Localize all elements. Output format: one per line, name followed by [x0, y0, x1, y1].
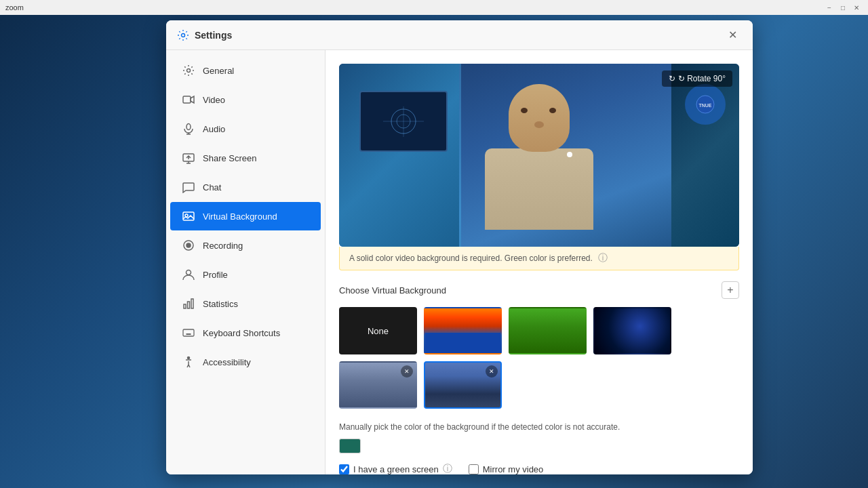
settings-sidebar: General Video: [166, 50, 326, 474]
sidebar-item-statistics[interactable]: Statistics: [170, 289, 321, 318]
settings-dialog-icon: [177, 29, 189, 41]
minimize-button[interactable]: −: [823, 1, 835, 14]
sidebar-item-recording[interactable]: Recording: [170, 231, 321, 260]
background-golden-gate[interactable]: [424, 307, 502, 354]
sidebar-item-share-screen-label: Share Screen: [203, 153, 257, 163]
background-earth-space[interactable]: [593, 307, 671, 354]
svg-point-0: [182, 33, 185, 37]
svg-rect-15: [183, 329, 194, 336]
gear-icon: [181, 63, 196, 78]
sidebar-item-share-screen[interactable]: Share Screen: [170, 144, 321, 172]
options-row: I have a green screen ⓘ Mirror my video: [339, 463, 739, 474]
maximize-button[interactable]: □: [837, 1, 849, 14]
office2-overlay-icon: ✕: [486, 365, 498, 378]
dialog-titlebar: Settings ✕: [166, 20, 753, 50]
svg-point-1: [187, 69, 191, 73]
sidebar-item-virtual-background[interactable]: Virtual Background: [170, 202, 321, 230]
sidebar-item-statistics-label: Statistics: [203, 299, 238, 309]
profile-icon: [181, 267, 196, 282]
green-screen-help-icon[interactable]: ⓘ: [443, 463, 452, 474]
sidebar-item-keyboard-label: Keyboard Shortcuts: [203, 328, 280, 338]
titlebar-text: zoom: [5, 3, 24, 12]
rotate-button[interactable]: ↻ ↻ Rotate 90°: [662, 70, 732, 87]
svg-rect-7: [183, 212, 194, 220]
vbg-icon: [181, 209, 196, 224]
sidebar-item-profile-label: Profile: [203, 270, 228, 280]
background-green-field[interactable]: [509, 307, 587, 354]
svg-text:TNUE: TNUE: [698, 103, 711, 108]
color-swatch[interactable]: [339, 439, 361, 453]
warning-bar: A solid color video background is requir…: [339, 247, 739, 270]
warning-text: A solid color video background is requir…: [349, 253, 593, 263]
svg-rect-12: [184, 304, 186, 308]
add-background-button[interactable]: +: [722, 281, 739, 299]
background-grid: None ✕ ✕: [339, 307, 739, 409]
color-hint: Manually pick the color of the backgroun…: [339, 422, 739, 432]
mirror-video-option: Mirror my video: [469, 464, 544, 474]
video-preview: TNUE ↻: [339, 64, 739, 247]
mirror-video-label: Mirror my video: [483, 464, 544, 474]
audio-icon: [181, 121, 196, 136]
stats-icon: [181, 296, 196, 311]
svg-rect-13: [188, 302, 190, 308]
person-simulation: [471, 84, 607, 247]
background-none[interactable]: None: [339, 307, 417, 354]
vbg-logo: TNUE: [685, 84, 726, 125]
main-content: TNUE ↻: [326, 50, 753, 474]
mirror-video-checkbox[interactable]: [469, 464, 479, 474]
svg-point-21: [188, 357, 190, 359]
section-header: Choose Virtual Background +: [339, 281, 739, 299]
svg-point-11: [186, 270, 191, 275]
office1-overlay-icon: ✕: [401, 365, 413, 378]
none-label: None: [368, 326, 389, 336]
svg-point-10: [186, 243, 191, 247]
sidebar-item-chat[interactable]: Chat: [170, 173, 321, 201]
help-circle-icon[interactable]: ⓘ: [598, 252, 608, 264]
sidebar-item-accessibility[interactable]: Accessibility: [170, 348, 321, 376]
recording-icon: [181, 238, 196, 253]
close-window-button[interactable]: ✕: [850, 1, 863, 14]
dialog-title: Settings: [195, 30, 232, 41]
green-screen-checkbox[interactable]: [339, 464, 349, 474]
chat-icon: [181, 180, 196, 195]
color-swatch-row: [339, 439, 739, 453]
accessibility-icon: [181, 354, 196, 369]
sidebar-item-general-label: General: [203, 66, 234, 76]
svg-rect-2: [183, 96, 191, 103]
sidebar-item-vbg-label: Virtual Background: [203, 211, 277, 222]
section-title: Choose Virtual Background: [339, 285, 446, 296]
rotate-icon: ↻: [669, 74, 675, 83]
green-screen-option: I have a green screen ⓘ: [339, 463, 452, 474]
keyboard-icon: [181, 325, 196, 340]
sidebar-item-accessibility-label: Accessibility: [203, 357, 251, 367]
sidebar-item-chat-label: Chat: [203, 182, 221, 192]
sidebar-item-general[interactable]: General: [170, 56, 321, 85]
green-screen-label: I have a green screen: [353, 464, 439, 474]
background-office2[interactable]: ✕: [424, 361, 502, 409]
video-icon: [181, 92, 196, 107]
sidebar-item-keyboard-shortcuts[interactable]: Keyboard Shortcuts: [170, 319, 321, 347]
vbg-left-panel: [339, 64, 461, 247]
window-titlebar: zoom − □ ✕: [0, 0, 868, 15]
sidebar-item-recording-label: Recording: [203, 241, 243, 251]
sidebar-item-video-label: Video: [203, 95, 225, 105]
sidebar-item-audio-label: Audio: [203, 124, 225, 134]
dialog-close-button[interactable]: ✕: [723, 26, 742, 45]
settings-dialog: Settings ✕ General: [166, 20, 753, 474]
dialog-body: General Video: [166, 50, 753, 474]
rotate-label: ↻ Rotate 90°: [678, 74, 726, 83]
share-screen-icon: [181, 150, 196, 165]
sidebar-item-audio[interactable]: Audio: [170, 115, 321, 143]
svg-point-3: [186, 124, 191, 130]
person-head: [509, 84, 570, 152]
person-body: [485, 148, 593, 230]
sidebar-item-video[interactable]: Video: [170, 85, 321, 114]
svg-rect-14: [191, 299, 193, 308]
plus-icon: +: [727, 284, 733, 296]
sidebar-item-profile[interactable]: Profile: [170, 260, 321, 289]
vbg-screen: [359, 91, 448, 152]
background-office1[interactable]: ✕: [339, 361, 417, 409]
titlebar-controls: − □ ✕: [823, 1, 863, 14]
